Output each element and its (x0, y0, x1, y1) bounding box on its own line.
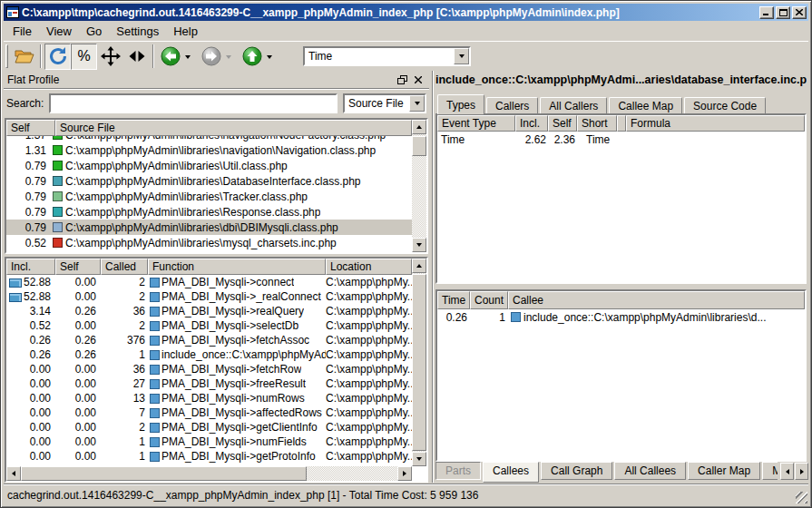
detail-tab[interactable]: Callee Map (609, 97, 682, 114)
column-header[interactable]: Self (548, 115, 577, 132)
minimize-button[interactable] (759, 6, 774, 19)
column-header[interactable]: Self (6, 120, 55, 136)
column-header[interactable]: Self (55, 259, 101, 275)
search-input[interactable] (49, 93, 338, 113)
float-button[interactable] (395, 73, 409, 86)
column-header[interactable]: Event Type (437, 115, 515, 132)
source-file-row[interactable]: 1.31 C:\xampp\phpMyAdmin\libraries\navig… (6, 142, 412, 158)
source-file-row[interactable]: 0.79 C:\xampp\phpMyAdmin\libraries\Track… (6, 189, 412, 204)
column-header[interactable]: Called (101, 259, 148, 275)
function-row[interactable]: 0.00 0.00 2 PMA_DBI_Mysqli->getClientInf… (6, 420, 412, 435)
menu-item[interactable]: Settings (109, 22, 166, 41)
combo-dropdown-button[interactable] (454, 48, 469, 64)
source-file-row[interactable]: 0.52 C:\xampp\phpMyAdmin\libraries\user_… (6, 250, 412, 252)
scrollbar-track[interactable] (21, 466, 397, 481)
vertical-scrollbar[interactable] (412, 259, 426, 466)
time-cell: 0.26 (437, 311, 470, 324)
scrollbar-thumb[interactable] (412, 274, 426, 451)
menu-item[interactable]: File (5, 22, 39, 41)
source-file-row[interactable]: 0.52 C:\xampp\phpMyAdmin\libraries\mysql… (6, 235, 412, 250)
detail-tab[interactable]: Callers (486, 97, 538, 114)
title-bar[interactable]: C:\xampp\tmp\cachegrind.out.1416463299-C… (4, 4, 808, 21)
detail-bottom-tab[interactable]: Callees (483, 462, 539, 483)
function-row[interactable]: 0.26 0.26 1 include_once::C:\xampp\phpMy… (6, 347, 412, 362)
dock-close-button[interactable] (411, 73, 426, 86)
scrollbar-track[interactable] (412, 134, 426, 238)
event-type-select[interactable]: Time (303, 46, 471, 66)
dock-header[interactable]: Flat Profile (4, 71, 429, 89)
source-file-row[interactable]: 0.79 C:\xampp\phpMyAdmin\libraries\Respo… (6, 204, 412, 220)
detail-bottom-tab[interactable]: Caller Map (688, 462, 760, 480)
back-button[interactable] (157, 44, 183, 70)
up-button[interactable] (239, 44, 265, 70)
combo-dropdown-button[interactable] (409, 95, 425, 112)
function-row[interactable]: 52.88 0.00 2 PMA_DBI_Mysqli->_realConnec… (6, 289, 412, 304)
source-file-row[interactable]: 0.79 C:\xampp\phpMyAdmin\libraries\dbi\D… (6, 220, 412, 235)
source-file-row[interactable]: 0.79 C:\xampp\phpMyAdmin\libraries\Util.… (6, 158, 412, 173)
column-header[interactable]: Location (326, 259, 412, 275)
scroll-up-button[interactable] (412, 120, 426, 134)
column-header[interactable]: Incl. (6, 259, 55, 275)
tabs-scroll-right-button[interactable] (795, 463, 808, 480)
source-file-path: C:\xampp\phpMyAdmin\libraries\navigation… (65, 136, 386, 142)
expand-all-button[interactable] (97, 44, 123, 70)
column-header[interactable]: Incl. (515, 115, 548, 132)
maximize-button[interactable] (776, 6, 790, 19)
detail-bottom-tab[interactable]: All Callees (614, 462, 686, 480)
column-header[interactable]: Short (577, 115, 617, 132)
detail-tab[interactable]: Types (437, 94, 484, 114)
self-cell: 0.00 (55, 319, 101, 332)
relative-percent-toggle[interactable]: % (71, 44, 97, 70)
source-file-row[interactable]: 1.37 C:\xampp\phpMyAdmin\libraries\navig… (6, 136, 412, 142)
toolbar-handle[interactable] (5, 44, 8, 68)
function-row[interactable]: 0.00 0.00 1 PMA_DBI_Mysqli->getProtoInfo… (6, 449, 412, 464)
source-file-row[interactable]: 0.79 C:\xampp\phpMyAdmin\libraries\Datab… (6, 173, 412, 189)
menu-item[interactable]: Help (166, 22, 205, 41)
scrollbar-thumb[interactable] (412, 136, 426, 156)
reload-button[interactable] (44, 44, 71, 70)
column-header[interactable] (617, 115, 626, 132)
function-row[interactable]: 0.00 0.00 27 PMA_DBI_Mysqli->freeResult … (6, 376, 412, 391)
back-dropdown-arrow[interactable] (185, 55, 191, 59)
detail-bottom-tab[interactable]: Call Graph (541, 462, 612, 480)
vertical-scrollbar[interactable] (412, 120, 426, 252)
horizontal-scrollbar[interactable] (6, 466, 412, 481)
close-button[interactable] (792, 6, 807, 19)
column-header[interactable]: Count (470, 291, 508, 309)
function-row[interactable]: 0.00 0.00 13 PMA_DBI_Mysqli->numRows C:\… (6, 391, 412, 405)
up-dropdown-arrow[interactable] (267, 55, 272, 59)
callee-row[interactable]: 0.26 1 include_once::C:\xampp\phpMyAdmin… (437, 309, 805, 325)
menu-item[interactable]: Go (79, 22, 109, 41)
detail-tab[interactable]: All Callers (540, 97, 607, 114)
scrollbar-track[interactable] (412, 273, 426, 452)
menu-item[interactable]: View (39, 22, 79, 41)
event-type-row[interactable]: Time 2.62 2.36 Time (437, 132, 805, 147)
column-header[interactable]: Formula (626, 115, 805, 132)
scrollbar-thumb[interactable] (21, 466, 307, 481)
scroll-down-button[interactable] (412, 452, 426, 466)
column-header[interactable]: Callee (508, 291, 805, 309)
scroll-down-button[interactable] (412, 238, 426, 252)
tabs-scroll-left-button[interactable] (780, 463, 794, 480)
function-row[interactable]: 0.00 0.00 7 PMA_DBI_Mysqli->affectedRows… (6, 405, 412, 420)
open-file-button[interactable] (11, 44, 37, 70)
forward-button[interactable] (198, 44, 224, 70)
function-row[interactable]: 0.52 0.00 2 PMA_DBI_Mysqli->selectDb C:\… (6, 318, 412, 333)
cycle-detection-button[interactable] (123, 44, 150, 70)
scroll-left-button[interactable] (6, 466, 21, 481)
function-row[interactable]: 3.14 0.26 36 PMA_DBI_Mysqli->realQuery C… (6, 304, 412, 318)
resize-grip[interactable] (796, 492, 807, 503)
scroll-up-button[interactable] (412, 259, 426, 273)
scroll-right-button[interactable] (397, 466, 412, 481)
detail-tab[interactable]: Source Code (684, 97, 766, 114)
function-row[interactable]: 52.88 0.00 2 PMA_DBI_Mysqli->connect C:\… (6, 275, 412, 289)
function-row[interactable]: 0.00 0.00 1 PMA_DBI_Mysqli->numFields C:… (6, 435, 412, 449)
function-row[interactable]: 0.26 0.26 376 PMA_DBI_Mysqli->fetchAssoc… (6, 333, 412, 347)
detail-bottom-tab[interactable]: Parts (435, 462, 481, 480)
column-header[interactable]: Time (437, 291, 470, 309)
detail-bottom-tab[interactable]: Machine (762, 462, 778, 480)
grouping-select[interactable]: Source File (343, 93, 426, 113)
column-header[interactable]: Function (148, 259, 326, 275)
column-header[interactable]: Source File (55, 120, 412, 136)
function-row[interactable]: 0.00 0.00 36 PMA_DBI_Mysqli->fetchRow C:… (6, 362, 412, 376)
